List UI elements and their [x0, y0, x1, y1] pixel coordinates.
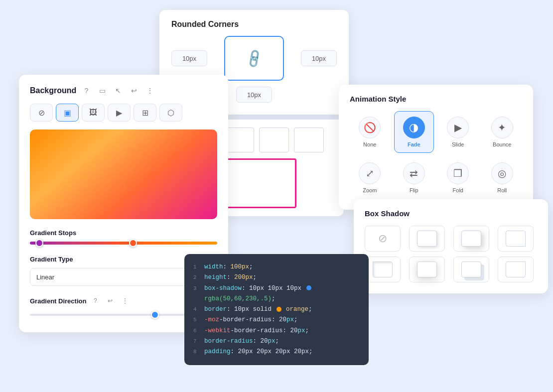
code-line-1: 1 width: 100px;	[193, 262, 360, 272]
code-num-6: 6	[193, 326, 200, 336]
code-text-2: height: 200px;	[204, 272, 257, 283]
shadow-item-7[interactable]	[498, 257, 534, 282]
gradient-stops-label: Gradient Stops	[30, 229, 217, 237]
stop-thumb-orange[interactable]	[129, 239, 137, 247]
anim-label-slide: Slide	[452, 141, 464, 147]
code-line-7: 7 border-radius: 20px;	[193, 336, 360, 347]
animation-style-title: Animation Style	[350, 95, 522, 103]
anim-label-fold: Fold	[453, 187, 463, 193]
shape-box-2	[224, 128, 254, 152]
anim-item-none[interactable]: 🚫 None	[350, 111, 390, 153]
anim-icon-bounce: ✦	[491, 117, 513, 138]
code-line-2: 2 height: 200px;	[193, 272, 360, 283]
anim-label-flip: Flip	[410, 187, 418, 193]
shadow-item-1[interactable]	[409, 226, 445, 252]
shadow-inner-2	[461, 231, 481, 247]
bg-type-video[interactable]: ▶	[108, 104, 131, 122]
anim-item-bounce[interactable]: ✦ Bounce	[482, 111, 523, 153]
code-num-5: 5	[193, 315, 200, 325]
rounded-top-right-input[interactable]	[301, 50, 337, 66]
device-icon[interactable]: ▭	[96, 85, 108, 97]
anim-label-roll: Roll	[497, 187, 507, 193]
panel-title: Background	[30, 86, 76, 95]
box-shadow-card: Box Shadow ⊘	[354, 199, 548, 293]
shadow-item-3[interactable]	[498, 226, 534, 252]
bg-type-image[interactable]: 🖼	[82, 104, 105, 122]
direction-question-icon[interactable]: ?	[89, 295, 101, 307]
shadow-inner-4	[373, 261, 393, 277]
shadow-inner-1	[417, 231, 437, 247]
link-icon: 🔗	[243, 47, 265, 69]
shadow-item-5[interactable]	[409, 257, 445, 282]
anim-icon-flip: ⇄	[403, 162, 425, 184]
direction-undo-icon[interactable]: ↩	[104, 295, 116, 307]
shadow-inner-6	[461, 261, 481, 277]
gradient-stops-track	[30, 242, 217, 245]
animation-style-card: Animation Style 🚫 None ◑ Fade ▶ Slide ✦ …	[339, 85, 533, 210]
anim-item-fade[interactable]: ◑ Fade	[394, 111, 434, 153]
gradient-direction-label: Gradient Direction	[30, 297, 86, 305]
cursor-icon[interactable]: ↖	[112, 85, 124, 97]
shadow-inner-3	[506, 231, 526, 247]
bg-type-pattern[interactable]: ⊞	[134, 104, 156, 122]
code-line-8: 8 padding: 20px 20px 20px 20px;	[193, 347, 360, 357]
undo-icon[interactable]: ↩	[128, 85, 140, 97]
shadow-item-6[interactable]	[453, 257, 489, 282]
code-tooltip: 1 width: 100px; 2 height: 200px; 3 box-s…	[184, 254, 369, 365]
anim-item-fold[interactable]: ❒ Fold	[438, 157, 478, 199]
anim-icon-fold: ❒	[447, 162, 469, 184]
animation-grid: 🚫 None ◑ Fade ▶ Slide ✦ Bounce ⤢ Zoom ⇄ …	[350, 111, 522, 199]
shadow-inner-7	[506, 261, 526, 277]
panel-header: Background ? ▭ ↖ ↩ ⋮	[30, 85, 217, 97]
direction-more-icon[interactable]: ⋮	[119, 295, 131, 307]
more-icon[interactable]: ⋮	[144, 85, 156, 97]
rounded-top-left-input[interactable]	[171, 50, 207, 66]
rounded-bottom-input[interactable]	[236, 87, 272, 103]
code-num-2: 2	[193, 273, 200, 282]
rounded-corners-title: Rounded Corners	[171, 20, 337, 29]
code-num-1: 1	[193, 262, 200, 272]
code-text-8: padding: 20px 20px 20px 20px;	[204, 347, 313, 357]
anim-label-bounce: Bounce	[493, 141, 511, 147]
anim-icon-none: 🚫	[359, 117, 381, 138]
code-text-7: border-radius: 20px;	[204, 336, 279, 347]
anim-item-flip[interactable]: ⇄ Flip	[394, 157, 434, 199]
shape-box-3	[259, 128, 289, 152]
code-text-4: border: 10px solid orange;	[204, 304, 312, 315]
anim-item-slide[interactable]: ▶ Slide	[438, 111, 478, 153]
code-num-8: 8	[193, 347, 200, 357]
anim-item-roll[interactable]: ◎ Roll	[482, 157, 523, 199]
code-num-7: 7	[193, 337, 200, 346]
bg-type-solid[interactable]: ⊘	[30, 104, 53, 122]
question-icon[interactable]: ?	[80, 85, 92, 97]
rounded-top-row: 🔗	[171, 36, 337, 81]
anim-icon-slide: ▶	[447, 117, 469, 138]
rounded-link-icon-box: 🔗	[224, 36, 284, 81]
shadow-item-none[interactable]: ⊘	[365, 226, 401, 252]
code-line-4: 4 border: 10px solid orange;	[193, 304, 360, 315]
bg-type-row: ⊘ ▣ 🖼 ▶ ⊞ ⬡	[30, 104, 217, 122]
code-line-5: 5 -moz-border-radius: 20px;	[193, 315, 360, 325]
bg-type-gradient[interactable]: ▣	[56, 104, 79, 122]
gradient-preview	[30, 130, 217, 219]
anim-label-zoom: Zoom	[363, 187, 377, 193]
shadow-item-2[interactable]	[453, 226, 489, 252]
pink-rectangle	[217, 158, 296, 208]
code-text-6: -webkit-border-radius: 20px;	[204, 326, 309, 336]
shadow-grid: ⊘	[365, 226, 537, 282]
code-line-3: 3 box-shadow: 10px 10px 10px rgba(50,60,…	[193, 283, 360, 305]
stop-thumb-purple[interactable]	[35, 239, 43, 247]
shadow-item-4[interactable]	[365, 257, 401, 282]
anim-icon-roll: ◎	[491, 162, 513, 184]
anim-label-none: None	[363, 141, 376, 147]
shadow-inner-5	[417, 261, 437, 277]
bg-type-overlay[interactable]: ⬡	[159, 104, 182, 122]
anim-icon-fade: ◑	[403, 117, 425, 138]
anim-icon-zoom: ⤢	[359, 162, 381, 184]
anim-item-zoom[interactable]: ⤢ Zoom	[350, 157, 390, 199]
direction-track	[30, 314, 190, 316]
direction-thumb[interactable]	[151, 311, 159, 319]
code-num-3: 3	[193, 284, 200, 293]
code-num-4: 4	[193, 305, 200, 314]
code-text-1: width: 100px;	[204, 262, 253, 272]
